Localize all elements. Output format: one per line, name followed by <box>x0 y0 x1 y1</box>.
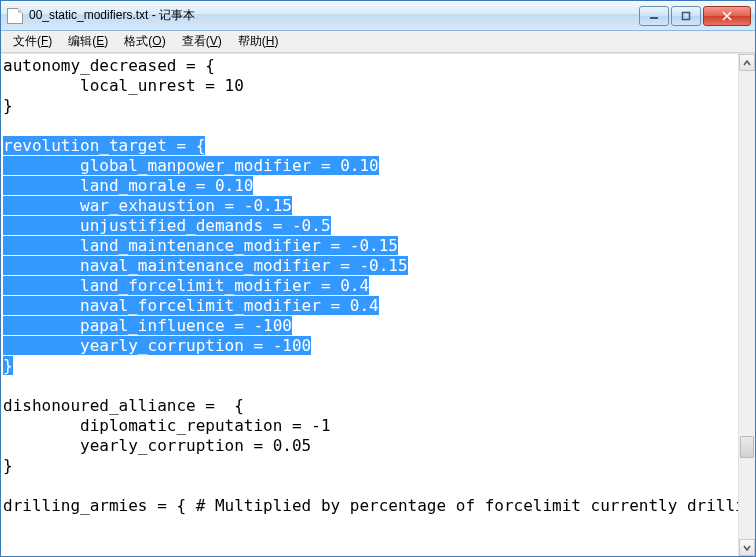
menu-edit[interactable]: 编辑(E) <box>60 31 116 52</box>
editor-line[interactable]: revolution_target = { <box>3 136 738 156</box>
notepad-window: 00_static_modifiers.txt - 记事本 文件(F) 编辑(E… <box>0 0 756 557</box>
menu-help[interactable]: 帮助(H) <box>230 31 287 52</box>
close-icon <box>721 11 733 21</box>
editor-line[interactable]: } <box>3 356 738 376</box>
editor-line[interactable]: naval_maintenance_modifier = -0.15 <box>3 256 738 276</box>
editor-line[interactable]: naval_forcelimit_modifier = 0.4 <box>3 296 738 316</box>
menu-format[interactable]: 格式(O) <box>116 31 173 52</box>
editor-line[interactable]: unjustified_demands = -0.5 <box>3 216 738 236</box>
scroll-up-button[interactable] <box>739 54 755 71</box>
maximize-button[interactable] <box>671 6 701 26</box>
menubar: 文件(F) 编辑(E) 格式(O) 查看(V) 帮助(H) <box>1 31 755 53</box>
editor-line[interactable]: local_unrest = 10 <box>3 76 738 96</box>
window-controls <box>639 6 751 26</box>
content-area: autonomy_decreased = { local_unrest = 10… <box>1 53 755 556</box>
editor-line[interactable]: global_manpower_modifier = 0.10 <box>3 156 738 176</box>
chevron-down-icon <box>743 544 751 552</box>
menu-view[interactable]: 查看(V) <box>174 31 230 52</box>
editor-line[interactable] <box>3 376 738 396</box>
editor-line[interactable]: land_forcelimit_modifier = 0.4 <box>3 276 738 296</box>
editor-line[interactable]: yearly_corruption = -100 <box>3 336 738 356</box>
editor-line[interactable]: } <box>3 456 738 476</box>
titlebar[interactable]: 00_static_modifiers.txt - 记事本 <box>1 1 755 31</box>
notepad-file-icon <box>7 8 23 24</box>
window-title: 00_static_modifiers.txt - 记事本 <box>29 7 195 24</box>
minimize-icon <box>649 11 659 21</box>
editor-line[interactable]: war_exhaustion = -0.15 <box>3 196 738 216</box>
scroll-down-button[interactable] <box>739 539 755 556</box>
vertical-scrollbar[interactable] <box>738 54 755 556</box>
close-button[interactable] <box>703 6 751 26</box>
editor-line[interactable]: land_morale = 0.10 <box>3 176 738 196</box>
menu-file[interactable]: 文件(F) <box>5 31 60 52</box>
editor-line[interactable]: diplomatic_reputation = -1 <box>3 416 738 436</box>
editor-line[interactable]: autonomy_decreased = { <box>3 56 738 76</box>
scrollbar-track[interactable] <box>739 71 755 539</box>
minimize-button[interactable] <box>639 6 669 26</box>
editor-line[interactable] <box>3 116 738 136</box>
editor-line[interactable]: yearly_corruption = 0.05 <box>3 436 738 456</box>
svg-rect-1 <box>683 12 690 19</box>
editor-line[interactable]: } <box>3 96 738 116</box>
chevron-up-icon <box>743 59 751 67</box>
editor-line[interactable]: dishonoured_alliance = { <box>3 396 738 416</box>
scrollbar-thumb[interactable] <box>740 436 754 458</box>
editor-line[interactable]: drilling_armies = { # Multiplied by perc… <box>3 496 738 516</box>
editor-line[interactable] <box>3 476 738 496</box>
text-editor[interactable]: autonomy_decreased = { local_unrest = 10… <box>1 54 738 556</box>
editor-line[interactable]: land_maintenance_modifier = -0.15 <box>3 236 738 256</box>
editor-line[interactable]: papal_influence = -100 <box>3 316 738 336</box>
maximize-icon <box>681 11 691 21</box>
